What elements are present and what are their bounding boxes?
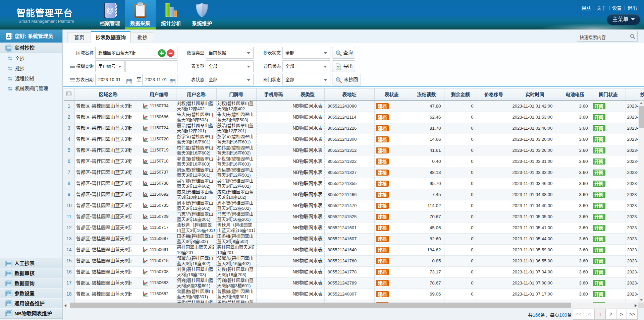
- svg-text:@: @: [106, 6, 113, 14]
